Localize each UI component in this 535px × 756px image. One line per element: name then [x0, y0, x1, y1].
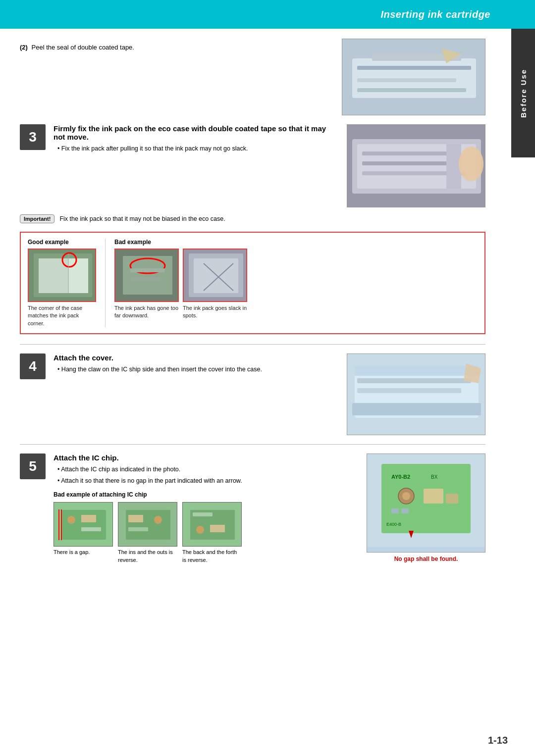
important-badge: Important!: [20, 214, 54, 223]
svg-rect-46: [126, 510, 170, 540]
svg-rect-22: [123, 256, 172, 295]
no-gap-label: No gap shall be found.: [394, 555, 458, 562]
step5-block: 5 Attach the IC chip. • Attach the IC ch…: [20, 454, 485, 564]
step3-bullet1: • Fix the ink pack after pulling it so t…: [57, 144, 339, 153]
bad-example-image1: [114, 249, 179, 302]
svg-point-60: [402, 492, 410, 500]
bad-item1-caption: There is a gap.: [54, 549, 90, 556]
bad-example-image2: [183, 249, 247, 302]
svg-rect-5: [357, 78, 456, 82]
step3-content: Firmly fix the ink pack on the eco case …: [54, 124, 339, 155]
step5-ic-main-image-wrap: AY0-B2 BX E400-B N: [367, 454, 485, 562]
svg-text:AY0-B2: AY0-B2: [391, 474, 410, 480]
svg-rect-6: [357, 88, 466, 92]
svg-text:E400-B: E400-B: [386, 522, 401, 527]
bad-example-label: Bad example: [114, 239, 247, 246]
step2-intro: (2) Peel the seal of double coated tape.: [20, 39, 485, 115]
step3-important-note: Important! Fix the ink pack so that it m…: [20, 214, 485, 224]
step3-with-image: 3 Firmly fix the ink pack on the eco cas…: [20, 124, 485, 207]
svg-rect-28: [194, 258, 238, 293]
step5-with-image: 5 Attach the IC chip. • Attach the IC ch…: [20, 454, 485, 564]
pack-illustration: [347, 124, 485, 207]
step2-image: [342, 39, 485, 115]
step5-title: Attach the IC chip.: [54, 454, 359, 462]
page-number: 1-13: [488, 735, 508, 746]
svg-rect-42: [81, 527, 101, 531]
step3-title: Firmly fix the ink pack on the eco case …: [54, 124, 339, 141]
svg-rect-34: [357, 378, 471, 383]
svg-rect-25: [130, 277, 160, 281]
step4-number-box: 4: [20, 353, 46, 379]
bad-item1-image: [54, 502, 113, 547]
svg-rect-63: [391, 508, 399, 513]
svg-rect-54: [193, 512, 213, 516]
cover-illustration: [347, 353, 485, 435]
side-tab-label: Before Use: [519, 68, 528, 117]
good-example-image: [28, 249, 96, 302]
svg-text:BX: BX: [431, 474, 438, 480]
step4-left: 4 Attach the cover. • Hang the claw on t…: [20, 353, 339, 379]
step2-number: (2): [20, 44, 28, 51]
divider: [105, 239, 106, 327]
step3-image: [347, 124, 485, 207]
divider-1: [20, 344, 485, 345]
svg-rect-61: [424, 489, 443, 504]
step5-bullet1: • Attach the IC chip as indicated in the…: [57, 465, 359, 474]
svg-rect-11: [362, 161, 451, 165]
step5-ic-main-image: AY0-B2 BX E400-B: [367, 454, 485, 553]
good-image-svg: [29, 249, 95, 302]
bad-example-group: Bad example: [114, 239, 247, 320]
header-bar: Inserting ink cartridge: [0, 0, 535, 29]
step5-bullet2: • Attach it so that there is no gap in t…: [57, 476, 359, 486]
ic-main-svg: AY0-B2 BX E400-B: [367, 454, 485, 547]
step5-number-box: 5: [20, 454, 46, 479]
step4-with-image: 4 Attach the cover. • Hang the claw on t…: [20, 353, 485, 435]
svg-rect-4: [357, 66, 471, 70]
bad-ic2-svg: [118, 503, 177, 547]
step4-content: Attach the cover. • Hang the claw on the…: [54, 353, 339, 376]
bad-item-3: The back and the forth is reverse.: [182, 502, 242, 564]
examples-row: Good example: [28, 239, 478, 327]
svg-point-47: [154, 516, 162, 524]
bad-item-1: There is a gap.: [54, 502, 113, 556]
bad-example2-caption: The ink pack goes slack in spots.: [183, 304, 247, 320]
bad-image2-svg: [184, 249, 246, 302]
step5-left: 5 Attach the IC chip. • Attach the IC ch…: [20, 454, 359, 564]
svg-rect-49: [128, 527, 148, 531]
step5-content: Attach the IC chip. • Attach the IC chip…: [54, 454, 359, 564]
bad-item2-caption: The ins and the outs is reverse.: [118, 549, 177, 564]
step4-block: 4 Attach the cover. • Hang the claw on t…: [20, 353, 485, 435]
examples-section: Good example: [20, 232, 485, 334]
bad-examples-row: There is a gap.: [54, 502, 359, 564]
good-example-label: Good example: [28, 239, 96, 246]
step3-important-text: Fix the ink pack so that it may not be b…: [59, 214, 225, 224]
step4-bullet1: • Hang the claw on the IC ship side and …: [57, 365, 339, 374]
step2-description: Peel the seal of double coated tape.: [32, 44, 134, 51]
svg-rect-64: [401, 508, 409, 513]
svg-rect-41: [81, 515, 96, 522]
svg-rect-37: [352, 403, 481, 415]
step3-number-box: 3: [20, 124, 46, 150]
svg-rect-48: [128, 515, 143, 522]
divider-2: [20, 444, 485, 445]
svg-rect-53: [210, 525, 225, 532]
svg-rect-39: [61, 510, 106, 540]
step3-block: 3 Firmly fix the ink pack on the eco cas…: [20, 124, 485, 334]
step2-text: (2) Peel the seal of double coated tape.: [20, 39, 342, 51]
bad-image1-svg: [115, 249, 178, 302]
bad-ic1-svg: [54, 503, 113, 547]
step5-bad-examples: Bad example of attaching IC chip: [54, 491, 359, 564]
header-title: Inserting ink cartridge: [380, 9, 490, 20]
main-content: (2) Peel the seal of double coated tape.…: [0, 29, 535, 581]
side-tab-before-use: Before Use: [511, 29, 535, 157]
bad-item3-image: [182, 502, 242, 547]
bad-example1-caption: The ink pack has gone too far downward.: [114, 304, 179, 320]
svg-point-52: [196, 526, 204, 534]
bad-ic3-svg: [183, 503, 242, 547]
svg-rect-62: [446, 494, 458, 504]
good-example-group: Good example: [28, 239, 96, 327]
good-example-caption: The corner of the case matches the ink p…: [28, 304, 92, 327]
step4-image: [347, 353, 485, 435]
bad-item-2: The ins and the outs is reverse.: [118, 502, 177, 564]
svg-rect-18: [68, 258, 88, 293]
